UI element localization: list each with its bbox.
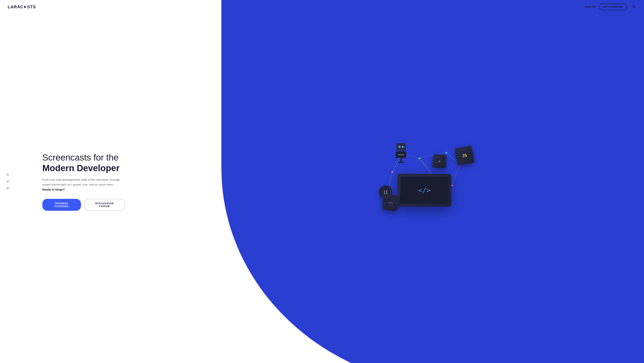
- youtube-icon[interactable]: [6, 173, 10, 176]
- sign-in-link[interactable]: SIGN IN: [584, 6, 595, 8]
- search-icon: [632, 5, 636, 8]
- svg-line-1: [634, 7, 635, 8]
- hero-ready-text: Ready to binge?: [42, 188, 65, 191]
- site-header: LARAC STS SIGN IN GET STARTED: [0, 0, 644, 14]
- hero-title: Screencasts for the Modern Developer: [42, 152, 125, 173]
- discussion-forum-button[interactable]: DISCUSSION FORUM: [84, 199, 125, 211]
- logo-text-part1: LARAC: [8, 5, 24, 10]
- search-button[interactable]: [631, 4, 636, 10]
- social-sidebar: [6, 173, 10, 190]
- browse-courses-button[interactable]: BROWSE COURSES: [42, 199, 81, 211]
- get-started-button[interactable]: GET STARTED: [599, 4, 627, 10]
- hero-background-blob: [222, 0, 644, 363]
- logo-play-icon: [24, 6, 26, 8]
- github-icon[interactable]: [6, 187, 10, 190]
- hero-description: Push your web developments skills to the…: [42, 177, 123, 192]
- twitter-icon[interactable]: [6, 180, 10, 183]
- main-nav: SIGN IN GET STARTED: [584, 4, 636, 10]
- logo-text-part2: STS: [27, 5, 36, 10]
- hero-buttons: BROWSE COURSES DISCUSSION FORUM: [42, 199, 125, 211]
- logo[interactable]: LARAC STS: [8, 5, 36, 10]
- hero-section: Screencasts for the Modern Developer Pus…: [0, 0, 644, 363]
- hero-content: Screencasts for the Modern Developer Pus…: [0, 152, 125, 211]
